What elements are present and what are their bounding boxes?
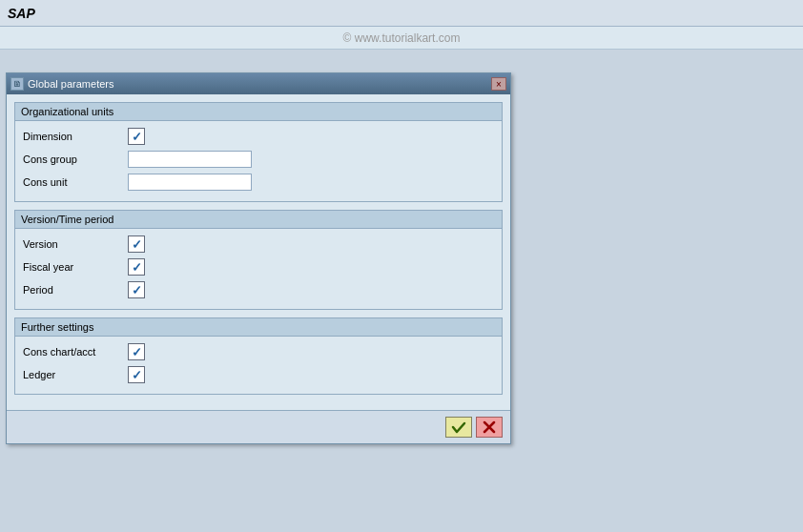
section-version-time-period-header: Version/Time period xyxy=(15,211,502,229)
cons-chart-acct-label: Cons chart/acct xyxy=(23,346,128,358)
period-checkbox[interactable]: ✓ xyxy=(128,281,145,298)
sap-logo: SAP xyxy=(8,6,35,21)
field-row-cons-group: Cons group xyxy=(23,150,494,169)
dialog-title-text: Global parameters xyxy=(28,78,114,90)
sap-header: SAP xyxy=(0,0,803,27)
cons-group-input[interactable] xyxy=(128,151,252,168)
version-label: Version xyxy=(23,238,128,250)
section-further-settings-body: Cons chart/acct ✓ Ledger ✓ xyxy=(15,337,502,394)
section-version-time-period-body: Version ✓ Fiscal year ✓ Peri xyxy=(15,229,502,309)
field-row-version: Version ✓ xyxy=(23,235,494,254)
ledger-checkbox[interactable]: ✓ xyxy=(128,366,145,383)
field-row-cons-unit: Cons unit xyxy=(23,173,494,192)
cons-unit-input[interactable] xyxy=(128,174,252,191)
ok-icon xyxy=(451,419,466,435)
fiscal-year-checkmark: ✓ xyxy=(132,261,142,274)
field-row-period: Period ✓ xyxy=(23,280,494,299)
section-organizational-units-header: Organizational units xyxy=(15,103,502,121)
cons-chart-acct-checkmark: ✓ xyxy=(132,346,142,358)
ledger-label: Ledger xyxy=(23,369,128,380)
fiscal-year-checkbox[interactable]: ✓ xyxy=(128,258,145,276)
dialog-footer xyxy=(7,410,510,443)
version-checkbox[interactable]: ✓ xyxy=(128,235,145,253)
fiscal-year-label: Fiscal year xyxy=(23,261,128,273)
global-parameters-dialog: 🗎 Global parameters × Organizational uni… xyxy=(6,72,511,444)
dialog-title-left: 🗎 Global parameters xyxy=(10,77,114,91)
dialog-titlebar: 🗎 Global parameters × xyxy=(7,73,510,94)
cons-chart-acct-checkbox[interactable]: ✓ xyxy=(128,343,145,360)
ok-button[interactable] xyxy=(445,417,472,438)
section-further-settings-header: Further settings xyxy=(15,318,502,337)
period-label: Period xyxy=(23,284,128,296)
dialog-window-icon: 🗎 xyxy=(10,77,24,91)
cancel-icon xyxy=(482,419,497,435)
version-checkmark: ✓ xyxy=(132,238,142,251)
dimension-label: Dimension xyxy=(23,131,128,142)
cons-group-label: Cons group xyxy=(23,153,128,165)
dialog-close-button[interactable]: × xyxy=(491,77,506,91)
dimension-checkmark: ✓ xyxy=(132,131,142,143)
watermark-bar: © www.tutorialkart.com xyxy=(0,27,803,50)
ledger-checkmark: ✓ xyxy=(132,369,142,381)
section-further-settings: Further settings Cons chart/acct ✓ Ledge… xyxy=(14,317,503,395)
dialog-content: Organizational units Dimension ✓ Cons gr… xyxy=(7,94,510,410)
section-organizational-units: Organizational units Dimension ✓ Cons gr… xyxy=(14,102,503,202)
period-checkmark: ✓ xyxy=(132,284,142,297)
section-version-time-period: Version/Time period Version ✓ Fiscal yea… xyxy=(14,210,503,310)
field-row-fiscal-year: Fiscal year ✓ xyxy=(23,257,494,276)
dialog-icon-symbol: 🗎 xyxy=(13,79,22,89)
desktop-area: 🗎 Global parameters × Organizational uni… xyxy=(0,50,803,532)
field-row-ledger: Ledger ✓ xyxy=(23,365,494,384)
section-organizational-units-body: Dimension ✓ Cons group Cons unit xyxy=(15,121,502,201)
field-row-cons-chart-acct: Cons chart/acct ✓ xyxy=(23,342,494,361)
cancel-button[interactable] xyxy=(476,417,503,438)
field-row-dimension: Dimension ✓ xyxy=(23,127,494,146)
dimension-checkbox[interactable]: ✓ xyxy=(128,128,145,145)
watermark-text: © www.tutorialkart.com xyxy=(343,31,461,45)
cons-unit-label: Cons unit xyxy=(23,176,128,188)
